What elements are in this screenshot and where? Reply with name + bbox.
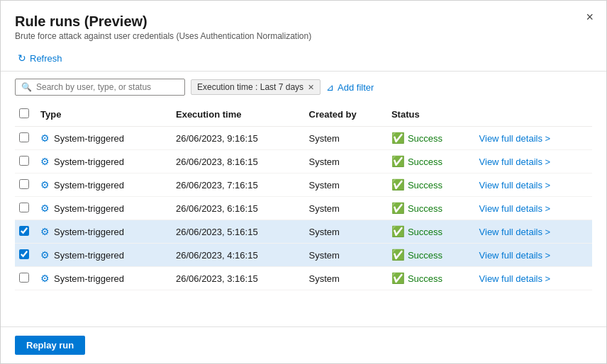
add-filter-label: Add filter (338, 82, 374, 93)
row-status-2: ✅ Success (387, 150, 475, 174)
row-created-by-4: System (305, 197, 387, 220)
row-status-6: ✅ Success (387, 244, 475, 267)
modal-title: Rule runs (Preview) (15, 13, 592, 30)
type-label: System-triggered (54, 157, 124, 167)
row-type-4: ⚙ System-triggered (36, 197, 172, 220)
row-type-3: ⚙ System-triggered (36, 174, 172, 197)
success-icon: ✅ (391, 225, 405, 238)
type-label: System-triggered (54, 203, 124, 214)
view-full-details-link-5[interactable]: View full details > (479, 227, 551, 237)
replay-run-button[interactable]: Replay run (15, 336, 85, 355)
row-created-by-2: System (305, 150, 387, 174)
table-header-row: Type Execution time Created by Status (15, 103, 592, 127)
row-type-6: ⚙ System-triggered (36, 244, 172, 267)
filter-bar: 🔍 Execution time : Last 7 days ✕ ⊿ Add f… (1, 72, 606, 103)
select-all-checkbox[interactable] (19, 108, 29, 118)
row-status-1: ✅ Success (387, 127, 475, 150)
header-execution-time: Execution time (172, 103, 305, 127)
success-icon: ✅ (391, 202, 405, 215)
row-view-3[interactable]: View full details > (475, 174, 592, 197)
gear-icon: ⚙ (40, 203, 50, 214)
header-actions (475, 103, 592, 127)
success-icon: ✅ (391, 249, 405, 261)
status-label: Success (408, 133, 442, 144)
row-created-by-3: System (305, 174, 387, 197)
refresh-icon: ↻ (18, 52, 26, 64)
row-checkbox-cell (15, 174, 36, 197)
view-full-details-link-1[interactable]: View full details > (479, 133, 551, 144)
table-row: ⚙ System-triggered 26/06/2023, 9:16:15 S… (15, 127, 592, 150)
row-view-2[interactable]: View full details > (475, 150, 592, 174)
status-label: Success (408, 157, 442, 167)
row-checkbox-cell (15, 197, 36, 220)
row-status-3: ✅ Success (387, 174, 475, 197)
view-full-details-link-6[interactable]: View full details > (479, 250, 551, 261)
success-icon: ✅ (391, 132, 405, 144)
view-full-details-link-4[interactable]: View full details > (479, 203, 551, 214)
row-status-4: ✅ Success (387, 197, 475, 220)
row-checkbox-1[interactable] (19, 132, 29, 142)
row-created-by-7: System (305, 267, 387, 290)
row-created-by-1: System (305, 127, 387, 150)
gear-icon: ⚙ (40, 179, 50, 190)
row-checkbox-3[interactable] (19, 179, 29, 189)
gear-icon: ⚙ (40, 226, 50, 237)
type-label: System-triggered (54, 227, 124, 237)
view-full-details-link-7[interactable]: View full details > (479, 273, 551, 284)
header-checkbox-cell (15, 103, 36, 127)
close-button[interactable]: × (586, 11, 594, 23)
gear-icon: ⚙ (40, 273, 50, 284)
row-execution-time-4: 26/06/2023, 6:16:15 (172, 197, 305, 220)
search-input[interactable] (36, 82, 179, 92)
row-execution-time-1: 26/06/2023, 9:16:15 (172, 127, 305, 150)
add-filter-button[interactable]: ⊿ Add filter (326, 82, 374, 93)
row-view-7[interactable]: View full details > (475, 267, 592, 290)
row-checkbox-6[interactable] (19, 249, 29, 259)
row-checkbox-cell (15, 267, 36, 290)
row-checkbox-cell (15, 127, 36, 150)
view-full-details-link-3[interactable]: View full details > (479, 180, 551, 190)
row-status-7: ✅ Success (387, 267, 475, 290)
filter-tag-close[interactable]: ✕ (308, 83, 314, 92)
row-created-by-6: System (305, 244, 387, 267)
row-checkbox-5[interactable] (19, 226, 29, 236)
footer: Replay run (1, 326, 606, 363)
row-view-6[interactable]: View full details > (475, 244, 592, 267)
table-row: ⚙ System-triggered 26/06/2023, 4:16:15 S… (15, 244, 592, 267)
runs-table: Type Execution time Created by Status ⚙ … (15, 103, 592, 290)
modal-subtitle: Brute force attack against user credenti… (15, 31, 592, 41)
status-label: Success (408, 227, 442, 237)
row-checkbox-4[interactable] (19, 203, 29, 212)
status-label: Success (408, 203, 442, 214)
filter-tag-label: Execution time : Last 7 days (197, 82, 304, 92)
row-view-5[interactable]: View full details > (475, 220, 592, 244)
header-created-by: Created by (305, 103, 387, 127)
status-label: Success (408, 273, 442, 284)
refresh-label: Refresh (30, 53, 62, 64)
type-label: System-triggered (54, 180, 124, 190)
row-type-1: ⚙ System-triggered (36, 127, 172, 150)
status-label: Success (408, 180, 442, 190)
gear-icon: ⚙ (40, 249, 50, 261)
gear-icon: ⚙ (40, 156, 50, 167)
row-view-1[interactable]: View full details > (475, 127, 592, 150)
row-view-4[interactable]: View full details > (475, 197, 592, 220)
table-row: ⚙ System-triggered 26/06/2023, 5:16:15 S… (15, 220, 592, 244)
type-label: System-triggered (54, 250, 124, 261)
row-checkbox-cell (15, 150, 36, 174)
table-container: Type Execution time Created by Status ⚙ … (1, 103, 606, 326)
header-type: Type (36, 103, 172, 127)
success-icon: ✅ (391, 272, 405, 285)
row-created-by-5: System (305, 220, 387, 244)
table-row: ⚙ System-triggered 26/06/2023, 6:16:15 S… (15, 197, 592, 220)
table-row: ⚙ System-triggered 26/06/2023, 7:16:15 S… (15, 174, 592, 197)
search-box[interactable]: 🔍 (15, 79, 185, 96)
row-type-2: ⚙ System-triggered (36, 150, 172, 174)
row-checkbox-7[interactable] (19, 273, 29, 283)
status-label: Success (408, 250, 442, 261)
row-execution-time-7: 26/06/2023, 3:16:15 (172, 267, 305, 290)
table-row: ⚙ System-triggered 26/06/2023, 8:16:15 S… (15, 150, 592, 174)
refresh-button[interactable]: ↻ Refresh (15, 51, 65, 65)
view-full-details-link-2[interactable]: View full details > (479, 157, 551, 167)
row-checkbox-2[interactable] (19, 156, 29, 166)
